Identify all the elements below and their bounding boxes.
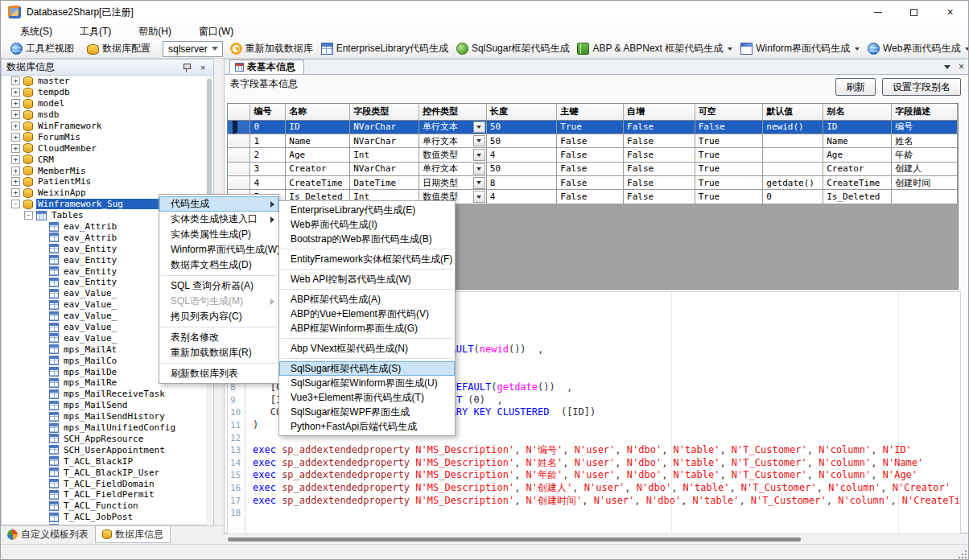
- grid-column-header[interactable]: 自增: [624, 104, 695, 120]
- grid-cell[interactable]: True: [557, 120, 624, 134]
- context-menu-item[interactable]: Winform界面代码生成(W): [159, 242, 278, 257]
- grid-column-header[interactable]: 编号: [250, 104, 286, 120]
- grid-cell[interactable]: 单行文本: [419, 120, 487, 134]
- grid-cell[interactable]: 单行文本: [419, 162, 487, 175]
- grid-cell[interactable]: True: [695, 162, 763, 175]
- grid-cell[interactable]: 0: [763, 190, 823, 204]
- row-selector[interactable]: [228, 176, 250, 190]
- submenu-item[interactable]: ABP框架代码生成(A): [279, 292, 455, 307]
- tree-node-T_ACL_LoginLog[interactable]: T_ACL_LoginLog: [2, 523, 213, 525]
- grid-cell[interactable]: ID: [823, 120, 892, 134]
- grid-cell[interactable]: CreateTime: [286, 176, 350, 190]
- grid-cell[interactable]: Name: [286, 134, 350, 147]
- close-icon[interactable]: ×: [197, 62, 208, 73]
- submenu-item[interactable]: SqlSugar框架代码生成(S): [279, 361, 455, 376]
- tree-node-T_ACL_Function[interactable]: T_ACL_Function: [2, 500, 213, 512]
- grid-cell[interactable]: False: [557, 162, 624, 175]
- grid-cell[interactable]: 年龄: [892, 148, 958, 162]
- minimize-button[interactable]: [860, 1, 896, 23]
- expand-icon[interactable]: +: [11, 155, 20, 164]
- expand-icon[interactable]: +: [11, 144, 20, 153]
- grid-cell[interactable]: [763, 148, 823, 162]
- tree-node-mps_MailSendHistory[interactable]: mps_MailSendHistory: [2, 411, 213, 422]
- context-menu-item[interactable]: 实体类生成快速入口: [159, 212, 278, 227]
- tab-table-basic-info[interactable]: 表基本信息: [229, 60, 304, 74]
- grid-cell[interactable]: True: [695, 134, 763, 147]
- horizontal-scrollbar-thumb[interactable]: [228, 537, 801, 541]
- toolbar-view-button[interactable]: 工具栏视图: [6, 40, 78, 57]
- grid-column-header[interactable]: 字段描述: [892, 104, 958, 120]
- tree-node-ForumMis[interactable]: +ForumMis: [2, 131, 213, 142]
- toolbar-sqlsugar-button[interactable]: SqlSugar框架代码生成: [452, 40, 573, 57]
- tree-node-SCH_UserAppointment[interactable]: SCH_UserAppointment: [2, 444, 213, 455]
- grid-cell[interactable]: Age: [823, 148, 892, 162]
- grid-cell[interactable]: 编号: [892, 120, 958, 134]
- grid-cell[interactable]: False: [624, 134, 695, 147]
- grid-cell[interactable]: 0: [250, 120, 286, 134]
- tree-node-T_ACL_BlackIP[interactable]: T_ACL_BlackIP: [2, 455, 213, 467]
- expand-icon[interactable]: +: [11, 188, 20, 197]
- grid-cell[interactable]: False: [695, 120, 763, 134]
- grid-cell[interactable]: Age: [286, 148, 350, 162]
- row-selector[interactable]: [228, 134, 250, 147]
- grid-cell[interactable]: 1: [250, 134, 286, 147]
- submenu-item[interactable]: Python+FastApi后端代码生成: [279, 419, 455, 434]
- expand-icon[interactable]: +: [11, 88, 20, 97]
- table-row[interactable]: 0IDNVarChar单行文本50TrueFalseFalsenewid()ID…: [228, 120, 958, 134]
- grid-cell[interactable]: True: [695, 190, 763, 204]
- maximize-button[interactable]: [896, 1, 932, 23]
- menubar-item[interactable]: 窗口(W): [191, 23, 241, 40]
- grid-cell[interactable]: [763, 162, 823, 175]
- chevron-down-icon[interactable]: [944, 65, 950, 69]
- table-row[interactable]: 4CreateTimeDateTime日期类型8FalseFalseTruege…: [228, 176, 958, 190]
- submenu-item[interactable]: Web API控制器代码生成(W): [279, 272, 455, 286]
- grid-cell[interactable]: NVarChar: [350, 162, 419, 175]
- grid-column-header[interactable]: 默认值: [763, 104, 823, 120]
- grid-cell[interactable]: 创建人: [892, 162, 958, 175]
- toolbar-abp-button[interactable]: ABP & ABPNext 框架代码生成: [573, 40, 736, 57]
- grid-corner-header[interactable]: [228, 104, 250, 120]
- submenu-item[interactable]: ABP的Vue+Element界面代码(V): [279, 307, 455, 321]
- grid-column-header[interactable]: 可空: [695, 104, 763, 120]
- grid-cell[interactable]: False: [624, 176, 695, 190]
- grid-cell[interactable]: 50: [486, 162, 557, 175]
- horizontal-scrollbar[interactable]: [224, 533, 969, 544]
- grid-cell[interactable]: False: [624, 148, 695, 162]
- grid-cell[interactable]: newid(): [763, 120, 823, 134]
- grid-cell[interactable]: [892, 190, 958, 204]
- table-row[interactable]: 1NameNVarChar单行文本50FalseFalseTrueName姓名: [228, 134, 958, 147]
- row-selector[interactable]: [228, 148, 250, 162]
- tree-node-msdb[interactable]: +msdb: [2, 109, 213, 121]
- expand-icon[interactable]: +: [11, 76, 20, 85]
- control-type-dropdown[interactable]: [473, 121, 485, 134]
- chevron-down-icon[interactable]: [208, 42, 222, 56]
- context-menu-item[interactable]: 刷新数据库列表: [159, 366, 278, 381]
- grid-column-header[interactable]: 名称: [286, 104, 350, 120]
- control-type-dropdown[interactable]: [473, 191, 485, 203]
- dbtype-combobox[interactable]: sqlserver: [163, 41, 223, 57]
- tree-node-master[interactable]: +master: [2, 76, 213, 87]
- submenu-item[interactable]: Vue3+Element界面代码生成(T): [279, 390, 455, 405]
- grid-column-header[interactable]: 别名: [823, 104, 892, 120]
- grid-cell[interactable]: 50: [486, 134, 557, 147]
- close-button[interactable]: ×: [932, 1, 968, 23]
- expand-icon[interactable]: +: [11, 133, 20, 142]
- control-type-dropdown[interactable]: [473, 135, 485, 147]
- grid-cell[interactable]: 8: [486, 176, 557, 190]
- tree-node-mps_MailSend[interactable]: mps_MailSend: [2, 400, 213, 411]
- grid-cell[interactable]: False: [557, 176, 624, 190]
- tree-node-T_ACL_JobPost[interactable]: T_ACL_JobPost: [2, 512, 213, 523]
- grid-cell[interactable]: Creator: [286, 162, 350, 175]
- context-menu-item[interactable]: 数据库文档生成(D): [159, 257, 278, 273]
- grid-column-header[interactable]: 长度: [486, 104, 557, 120]
- expand-icon[interactable]: +: [11, 99, 20, 108]
- submenu-item[interactable]: SqlSugar框架Winform界面生成(U): [279, 376, 455, 390]
- menubar-item[interactable]: 工具(T): [72, 23, 119, 40]
- tree-node-PatientMis[interactable]: +PatientMis: [2, 176, 213, 187]
- grid-cell[interactable]: 4: [486, 190, 557, 204]
- toolbar-winform-button[interactable]: Winform界面代码生成: [736, 40, 864, 57]
- grid-cell[interactable]: 2: [250, 148, 286, 162]
- toolbar-dbconfig-button[interactable]: 数据库配置: [83, 40, 155, 57]
- grid-cell[interactable]: 3: [250, 162, 286, 175]
- tree-node-mps_MailReceiveTask[interactable]: mps_MailReceiveTask: [2, 389, 213, 400]
